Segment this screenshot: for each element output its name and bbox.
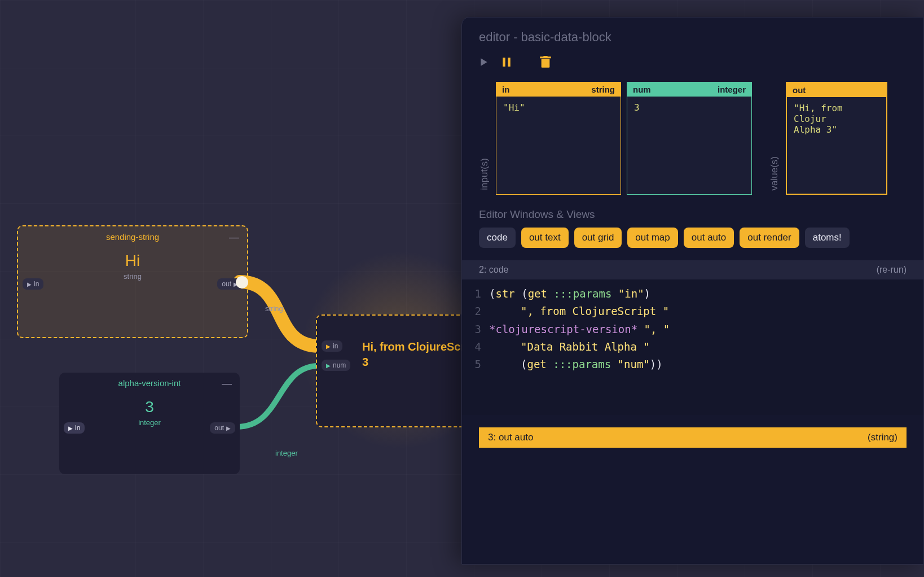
editor-toolbar bbox=[462, 53, 923, 82]
view-btn-out-grid[interactable]: out grid bbox=[574, 228, 622, 248]
play-icon[interactable] bbox=[479, 57, 489, 69]
editor-panel: editor - basic-data-block input(s) in st… bbox=[461, 17, 924, 565]
io-value: "Hi" bbox=[496, 97, 621, 194]
collapse-icon[interactable]: — bbox=[229, 234, 239, 240]
io-value: 3 bbox=[627, 97, 751, 194]
chevron-right-icon: ▶ bbox=[27, 281, 32, 287]
io-box-header: out bbox=[787, 83, 886, 97]
io-box-in[interactable]: in string "Hi" bbox=[496, 82, 621, 195]
node-type: string bbox=[18, 272, 247, 281]
node-sending-string[interactable]: sending-string — Hi string ▶ in out ▶ bbox=[17, 225, 248, 338]
io-name: num bbox=[633, 85, 651, 94]
code-header: 2: code (re-run) bbox=[462, 260, 923, 279]
wire-label-integer: integer bbox=[275, 449, 298, 457]
view-btn-out-map[interactable]: out map bbox=[627, 228, 677, 248]
port-label: in bbox=[333, 342, 338, 350]
node-title: sending-string bbox=[18, 226, 247, 244]
wire-label-string: string bbox=[265, 304, 283, 313]
inputs-label: input(s) bbox=[479, 154, 490, 195]
svg-rect-4 bbox=[543, 56, 547, 57]
io-name: out bbox=[793, 85, 806, 95]
view-btn-out-text[interactable]: out text bbox=[521, 228, 569, 248]
collapse-icon[interactable]: — bbox=[222, 381, 232, 386]
port-out[interactable]: out ▶ bbox=[210, 422, 235, 434]
output-connector[interactable] bbox=[236, 276, 248, 288]
port-label: in bbox=[34, 280, 39, 288]
port-in[interactable]: ▶ in bbox=[322, 340, 342, 352]
out-auto-bar[interactable]: 3: out auto (string) bbox=[479, 427, 907, 448]
view-btn-out-render[interactable]: out render bbox=[740, 228, 799, 248]
out-bar-left: 3: out auto bbox=[488, 432, 533, 443]
port-label: num bbox=[333, 361, 346, 369]
node-value: 3 bbox=[59, 398, 240, 416]
trash-icon[interactable] bbox=[540, 56, 551, 71]
io-box-header: num integer bbox=[627, 82, 751, 97]
io-box-header: in string bbox=[496, 82, 621, 97]
code-editor[interactable]: 1(str (get :::params "in") 2", from Cloj… bbox=[462, 279, 923, 415]
chevron-right-icon: ▶ bbox=[326, 343, 331, 349]
editor-title: editor - basic-data-block bbox=[462, 18, 923, 53]
section-label: Editor Windows & Views bbox=[462, 208, 923, 228]
chevron-right-icon: ▶ bbox=[226, 425, 231, 431]
node-value: Hi bbox=[18, 252, 247, 270]
io-box-num[interactable]: num integer 3 bbox=[627, 82, 752, 195]
io-row: input(s) in string "Hi" num integer 3 va… bbox=[462, 82, 923, 208]
io-value: "Hi, from Clojur Alpha 3" bbox=[787, 97, 886, 194]
code-header-left: 2: code bbox=[479, 265, 508, 275]
node-basic-data-block[interactable]: ▶ in ▶ num Hi, from ClojureScr 3 bbox=[316, 314, 485, 427]
io-name: in bbox=[502, 85, 509, 94]
view-btn-atoms[interactable]: atoms! bbox=[805, 228, 850, 248]
svg-rect-0 bbox=[503, 58, 505, 67]
port-label: out bbox=[214, 424, 224, 432]
pause-icon[interactable] bbox=[501, 56, 512, 70]
port-in[interactable]: ▶ in bbox=[64, 422, 85, 434]
chevron-right-icon: ▶ bbox=[68, 425, 73, 431]
code-rerun[interactable]: (re-run) bbox=[877, 265, 907, 275]
chevron-right-icon: ▶ bbox=[326, 362, 331, 369]
port-label: in bbox=[75, 424, 80, 432]
values-label: value(s) bbox=[769, 152, 780, 195]
io-type: string bbox=[591, 85, 615, 94]
port-num[interactable]: ▶ num bbox=[322, 360, 350, 371]
svg-rect-1 bbox=[508, 58, 511, 67]
node-title: alpha-version-int bbox=[59, 373, 240, 390]
io-box-out[interactable]: out "Hi, from Clojur Alpha 3" bbox=[786, 82, 887, 195]
svg-rect-2 bbox=[542, 59, 550, 68]
view-btn-code[interactable]: code bbox=[479, 228, 516, 248]
view-btn-out-auto[interactable]: out auto bbox=[684, 228, 734, 248]
view-buttons: code out text out grid out map out auto … bbox=[462, 228, 923, 260]
port-label: out bbox=[222, 280, 231, 288]
node-alpha-version-int[interactable]: alpha-version-int — 3 integer ▶ in out ▶ bbox=[59, 373, 240, 474]
io-type: integer bbox=[718, 85, 746, 94]
port-in[interactable]: ▶ in bbox=[23, 278, 43, 290]
out-bar-right: (string) bbox=[868, 432, 897, 443]
